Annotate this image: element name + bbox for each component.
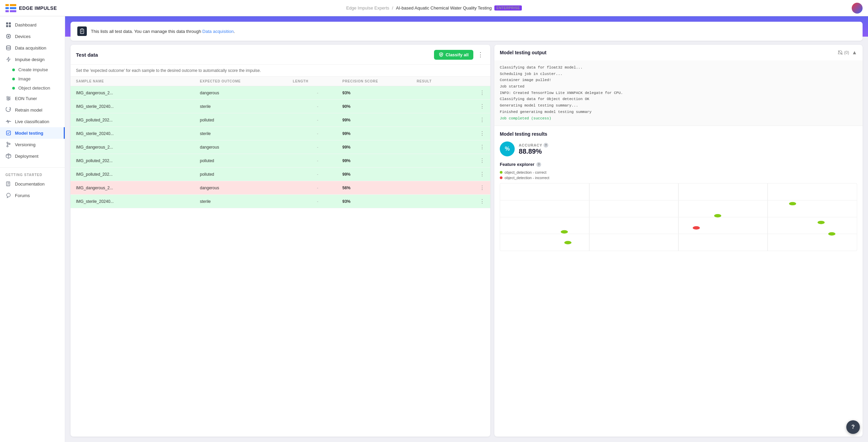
row-more-button[interactable]: ⋮ bbox=[479, 130, 485, 137]
table-row[interactable]: IMG_polluted_202... polluted - 99% ⋮ bbox=[71, 154, 490, 168]
data-acquisition-link[interactable]: Data acquisition bbox=[202, 29, 234, 34]
sidebar-item-image[interactable]: Image bbox=[0, 74, 65, 83]
cell-name: IMG_dangerous_2... bbox=[76, 186, 200, 190]
log-line: Finished generating model testing summar… bbox=[500, 109, 857, 115]
check-square-icon bbox=[5, 130, 12, 136]
more-options-button[interactable]: ⋮ bbox=[476, 50, 485, 60]
table-row[interactable]: IMG_dangerous_2... dangerous - 56% ⋮ bbox=[71, 181, 490, 195]
row-more-button[interactable]: ⋮ bbox=[479, 117, 485, 123]
git-branch-icon bbox=[5, 141, 12, 148]
log-line: Scheduling job in cluster... bbox=[500, 71, 857, 77]
cell-name: IMG_sterile_20240... bbox=[76, 199, 200, 204]
sidebar-devices-label: Devices bbox=[15, 34, 31, 39]
logo-icon bbox=[5, 4, 16, 12]
cell-score: 99% bbox=[342, 158, 417, 163]
svg-rect-1 bbox=[5, 7, 9, 9]
brand[interactable]: EDGE IMPULSE bbox=[0, 4, 62, 12]
row-more-button[interactable]: ⋮ bbox=[479, 103, 485, 110]
legend-item: object_detection - incorrect bbox=[500, 176, 857, 180]
enterprise-badge: ENTERPRISE bbox=[494, 5, 522, 11]
sidebar-item-deployment[interactable]: Deployment bbox=[0, 150, 65, 162]
col-precision-score: PRECISION SCORE bbox=[342, 79, 417, 83]
cell-name: IMG_polluted_202... bbox=[76, 118, 200, 122]
table-row[interactable]: IMG_sterile_20240... sterile - 99% ⋮ bbox=[71, 127, 490, 140]
help-fab-button[interactable]: ? bbox=[846, 420, 860, 434]
model-results-section: Model testing results % ACCURACY ? 88.89… bbox=[494, 126, 863, 437]
sidebar-item-model-testing[interactable]: Model testing bbox=[0, 127, 65, 139]
test-data-subtitle: Set the 'expected outcome' for each samp… bbox=[71, 65, 490, 77]
sidebar-create-impulse-label: Create impulse bbox=[18, 67, 48, 72]
cell-outcome: sterile bbox=[200, 199, 293, 204]
book-icon bbox=[5, 181, 12, 187]
log-line: Container image pulled! bbox=[500, 77, 857, 83]
cell-length: - bbox=[293, 199, 342, 204]
sidebar-image-label: Image bbox=[18, 76, 31, 81]
collapse-button[interactable]: ▲ bbox=[852, 50, 857, 56]
log-area: Classifying data for float32 model...Sch… bbox=[494, 60, 863, 126]
cell-name: IMG_dangerous_2... bbox=[76, 145, 200, 150]
svg-point-25 bbox=[7, 96, 8, 98]
row-more-button[interactable]: ⋮ bbox=[479, 198, 485, 205]
table-row[interactable]: IMG_polluted_202... polluted - 99% ⋮ bbox=[71, 113, 490, 127]
cell-outcome: sterile bbox=[200, 104, 293, 109]
table-row[interactable]: IMG_polluted_202... polluted - 99% ⋮ bbox=[71, 168, 490, 181]
row-more-button[interactable]: ⋮ bbox=[479, 157, 485, 164]
sidebar-impulse-label: Impulse design bbox=[15, 57, 44, 62]
sidebar-item-data-acquisition[interactable]: Data acquisition bbox=[0, 42, 65, 54]
cpu-icon bbox=[5, 33, 12, 39]
cell-actions: ⋮ bbox=[466, 144, 485, 150]
col-expected-outcome: EXPECTED OUTCOME bbox=[200, 79, 293, 83]
refresh-icon bbox=[5, 107, 12, 113]
sidebar-item-forums[interactable]: Forums bbox=[0, 190, 65, 201]
sidebar-item-create-impulse[interactable]: Create impulse bbox=[0, 65, 65, 74]
table-row[interactable]: IMG_sterile_20240... sterile - 93% ⋮ bbox=[71, 195, 490, 208]
notification-banner: This lists all test data. You can manage… bbox=[71, 22, 863, 41]
accuracy-info: ACCURACY ? 88.89% bbox=[519, 143, 548, 155]
table-header: SAMPLE NAME EXPECTED OUTCOME LENGTH PREC… bbox=[71, 77, 490, 86]
sidebar-item-live-classification[interactable]: Live classification bbox=[0, 116, 65, 127]
sidebar-item-dashboard[interactable]: Dashboard bbox=[0, 19, 65, 31]
clipboard-icon bbox=[77, 26, 87, 36]
results-title: Model testing results bbox=[500, 131, 857, 137]
legend-dot bbox=[500, 176, 502, 179]
table-row[interactable]: IMG_dangerous_2... dangerous - 93% ⋮ bbox=[71, 86, 490, 100]
sidebar-item-impulse-design[interactable]: Impulse design bbox=[0, 54, 65, 65]
accuracy-help-icon[interactable]: ? bbox=[544, 143, 548, 148]
scatter-dot bbox=[693, 226, 700, 230]
sidebar-retrain-label: Retrain model bbox=[15, 108, 42, 113]
svg-rect-4 bbox=[10, 7, 16, 9]
sidebar-item-eon-tuner[interactable]: EON Tuner bbox=[0, 93, 65, 104]
svg-rect-0 bbox=[5, 4, 9, 6]
zap-icon bbox=[5, 56, 12, 62]
cell-length: - bbox=[293, 91, 342, 95]
content-inner: This lists all test data. You can manage… bbox=[65, 16, 868, 442]
feature-help-icon[interactable]: ? bbox=[536, 162, 541, 167]
notif-count: (0) bbox=[838, 50, 849, 55]
cell-score: 99% bbox=[342, 145, 417, 150]
sidebar-docs-label: Documentation bbox=[15, 181, 44, 187]
row-more-button[interactable]: ⋮ bbox=[479, 144, 485, 150]
dot-icon-2 bbox=[12, 78, 15, 80]
table-row[interactable]: IMG_sterile_20240... sterile - 90% ⋮ bbox=[71, 100, 490, 113]
table-row[interactable]: IMG_dangerous_2... dangerous - 99% ⋮ bbox=[71, 140, 490, 154]
sidebar-item-documentation[interactable]: Documentation bbox=[0, 178, 65, 190]
sidebar-object-detection-label: Object detection bbox=[18, 85, 50, 91]
row-more-button[interactable]: ⋮ bbox=[479, 90, 485, 96]
sidebar-item-devices[interactable]: Devices bbox=[0, 31, 65, 42]
sidebar-item-object-detection[interactable]: Object detection bbox=[0, 83, 65, 93]
cell-length: - bbox=[293, 145, 342, 150]
avatar[interactable] bbox=[852, 3, 863, 14]
database-icon bbox=[5, 45, 12, 51]
classify-all-button[interactable]: Classify all bbox=[434, 50, 473, 60]
scatter-dot bbox=[561, 230, 568, 234]
sidebar-item-retrain[interactable]: Retrain model bbox=[0, 104, 65, 116]
svg-rect-6 bbox=[6, 22, 8, 24]
sidebar: Dashboard Devices Data acquisition Impul… bbox=[0, 16, 65, 442]
row-more-button[interactable]: ⋮ bbox=[479, 185, 485, 191]
sidebar-item-versioning[interactable]: Versioning bbox=[0, 139, 65, 150]
table-body: IMG_dangerous_2... dangerous - 93% ⋮ IMG… bbox=[71, 86, 490, 437]
log-line: Job started bbox=[500, 83, 857, 90]
log-line: Classifying data for float32 model... bbox=[500, 64, 857, 71]
cell-outcome: polluted bbox=[200, 158, 293, 163]
row-more-button[interactable]: ⋮ bbox=[479, 171, 485, 177]
